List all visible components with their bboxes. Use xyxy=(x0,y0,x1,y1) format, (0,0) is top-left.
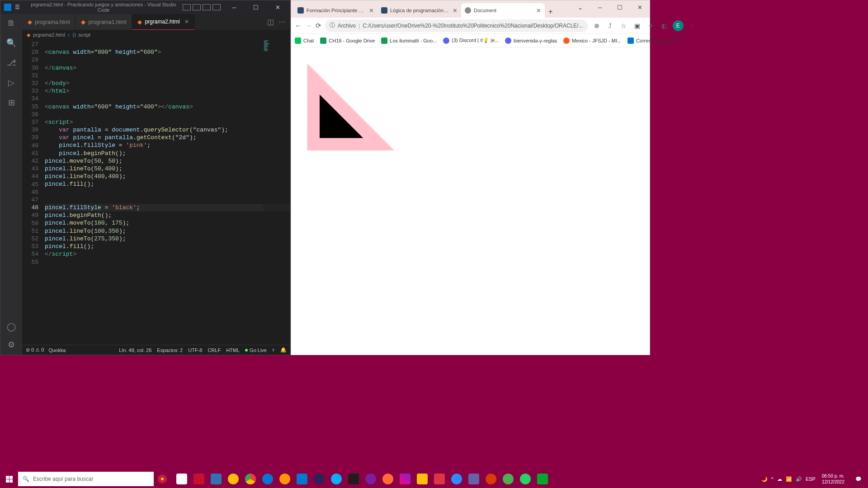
taskbar-search[interactable]: 🔍 Escribe aquí para buscar xyxy=(18,472,154,486)
chrome-tab-logica[interactable]: Lógica de programación: Practic ✕ xyxy=(377,3,461,18)
layout-toggle-4[interactable] xyxy=(212,4,221,10)
onedrive-icon[interactable]: ☁ xyxy=(777,476,782,482)
taskbar-app-firefox[interactable] xyxy=(277,470,293,488)
bookmark-discord[interactable]: (3) Discord | #💡 |e... xyxy=(443,38,499,44)
taskbar-app-chrome-canary[interactable] xyxy=(225,470,241,488)
forward-button[interactable]: → xyxy=(305,19,312,32)
source-control-icon[interactable]: ⎇ xyxy=(6,57,17,68)
quokka-status[interactable]: Quokka xyxy=(48,347,66,353)
taskbar-app-figma[interactable] xyxy=(345,470,362,488)
taskbar-app-edge[interactable] xyxy=(259,470,276,488)
taskbar-app-vscode[interactable] xyxy=(294,470,310,488)
extensions-puzzle-icon[interactable]: ✦ xyxy=(646,20,656,31)
layout-toggle-3[interactable] xyxy=(203,4,211,10)
start-button[interactable] xyxy=(0,470,18,488)
split-editor-icon[interactable]: ◫ xyxy=(267,18,274,26)
encoding[interactable]: UTF-8 xyxy=(188,347,202,353)
bookmarks-overflow[interactable]: » xyxy=(691,38,693,43)
problems-indicator[interactable]: ⊘ 0 ⚠ 0 xyxy=(26,347,44,353)
translate-icon[interactable]: ⊕ xyxy=(591,20,602,31)
minimap[interactable]: ████████████████████████████████████████… xyxy=(263,40,290,345)
tab-close-icon[interactable]: ✕ xyxy=(184,19,189,25)
reload-button[interactable]: ⟳ xyxy=(316,19,321,32)
taskbar-app-unknown1[interactable] xyxy=(363,470,379,488)
task-view-button[interactable] xyxy=(174,470,190,488)
maximize-button[interactable]: ☐ xyxy=(247,4,265,11)
tray-expand-icon[interactable]: ^ xyxy=(771,476,774,482)
chrome-tab-document[interactable]: Document ✕ xyxy=(461,3,545,18)
indentation[interactable]: Espacios: 2 xyxy=(157,347,183,353)
taskbar-app-chrome[interactable] xyxy=(242,470,259,488)
extensions-icon[interactable]: ⊞ xyxy=(6,97,17,108)
settings-gear-icon[interactable]: ⚙ xyxy=(6,339,17,350)
tab-close-icon[interactable]: ✕ xyxy=(536,7,541,14)
layout-toggle-1[interactable] xyxy=(183,4,191,10)
back-button[interactable]: ← xyxy=(295,19,302,32)
new-tab-button[interactable]: + xyxy=(545,6,556,18)
maximize-button[interactable]: ☐ xyxy=(610,0,630,14)
site-icon xyxy=(297,7,304,14)
close-button[interactable]: ✕ xyxy=(630,0,650,14)
bookmark-correo[interactable]: Correo: Elizabeth Vi... xyxy=(627,38,684,44)
menu-icon[interactable]: ⋮ xyxy=(686,20,697,31)
chrome-chevron-icon[interactable]: ⌄ xyxy=(570,0,590,14)
layout-toggle-2[interactable] xyxy=(193,4,201,10)
volume-icon[interactable]: 🔊 xyxy=(796,476,802,482)
eol[interactable]: CRLF xyxy=(208,347,221,353)
weather-icon[interactable]: 🌙 xyxy=(761,476,768,482)
cursor-position[interactable]: Lín. 48, col. 26 xyxy=(119,347,151,353)
minimize-button[interactable]: ─ xyxy=(590,0,610,14)
taskbar-app-revit[interactable] xyxy=(208,470,224,488)
bookmark-chat[interactable]: Chat xyxy=(295,38,314,44)
taskbar-app-unknown2[interactable] xyxy=(397,470,413,488)
taskbar-app-teams[interactable] xyxy=(466,470,482,488)
taskbar-app-autocad[interactable] xyxy=(191,470,207,488)
tab-close-icon[interactable]: ✕ xyxy=(453,7,458,14)
tab-programa-html[interactable]: ◆ programa.html xyxy=(22,14,75,30)
bookmark-bienvenida[interactable]: bienvenida-y-reglas xyxy=(505,38,557,44)
minimize-button[interactable]: ─ xyxy=(225,4,243,11)
notifications-icon[interactable]: 🔔 xyxy=(280,347,287,353)
wifi-icon[interactable]: 📶 xyxy=(786,476,792,482)
taskbar-app-whatsapp[interactable] xyxy=(517,470,533,488)
chrome-tab-formacion[interactable]: Formación Principiante en Progr ✕ xyxy=(294,3,377,18)
extension-icon[interactable]: ▣ xyxy=(632,20,643,31)
taskbar-app-office[interactable] xyxy=(483,470,499,488)
taskbar-app-antivirus[interactable] xyxy=(328,470,344,488)
breadcrumb[interactable]: ◆ prgrama2.html › ⟨⟩ script xyxy=(22,30,290,40)
bookmark-mexico[interactable]: Mexico - JFSJD - MI... xyxy=(563,38,621,44)
close-button[interactable]: ✕ xyxy=(269,4,287,11)
explorer-icon[interactable]: 🗎 xyxy=(6,18,17,28)
code-editor[interactable]: 2728293031323334353637383940414243444546… xyxy=(22,40,290,345)
taskbar-app-zoom[interactable] xyxy=(448,470,465,488)
html-file-icon: ◆ xyxy=(81,19,85,25)
taskbar-app-acrobat[interactable] xyxy=(431,470,448,488)
app-menu-button[interactable]: ☰ xyxy=(15,4,20,10)
run-debug-icon[interactable]: ▷ xyxy=(6,77,17,88)
code-content[interactable]: <canvas width="800" height="600"></canva… xyxy=(45,40,290,345)
action-center-button[interactable]: 💬 xyxy=(851,470,866,488)
tab-prgrama2-html[interactable]: ◆ prgrama2.html ✕ xyxy=(132,14,194,30)
account-icon[interactable]: ◯ xyxy=(6,321,17,332)
tab-close-icon[interactable]: ✕ xyxy=(369,7,374,14)
bookmark-ch18[interactable]: CH18 - Google Drive xyxy=(320,38,375,44)
more-actions-icon[interactable]: ⋯ xyxy=(278,18,286,26)
search-icon[interactable]: 🔍 xyxy=(6,38,17,48)
go-live-button[interactable]: Go Live xyxy=(245,347,267,353)
address-bar[interactable]: ⓘ Archivo | C:/Users/user/OneDrive%20-%2… xyxy=(325,19,588,32)
share-icon[interactable]: ⤴ xyxy=(605,20,616,31)
bookmark-iluminatti[interactable]: Los iluminatti - Goo... xyxy=(381,38,437,44)
language-indicator[interactable]: ESP xyxy=(806,476,816,482)
profile-avatar[interactable]: E xyxy=(673,20,684,31)
taskbar-app-explorer[interactable] xyxy=(414,470,430,488)
language-mode[interactable]: HTML xyxy=(226,347,240,353)
taskbar-app-eclipse[interactable] xyxy=(311,470,327,488)
taskbar-app-unknown3[interactable] xyxy=(500,470,516,488)
bookmark-star-icon[interactable]: ☆ xyxy=(618,20,629,31)
taskbar-app-postman[interactable] xyxy=(380,470,396,488)
side-panel-icon[interactable]: ◧ xyxy=(659,20,670,31)
taskbar-app-evernote[interactable] xyxy=(534,470,551,488)
taskbar-clock[interactable]: 06:50 p. m. 12/12/2022 xyxy=(819,473,847,485)
tab-programa1-html[interactable]: ◆ programa1.html xyxy=(75,14,132,30)
feedback-icon[interactable]: ⫯ xyxy=(272,347,275,353)
